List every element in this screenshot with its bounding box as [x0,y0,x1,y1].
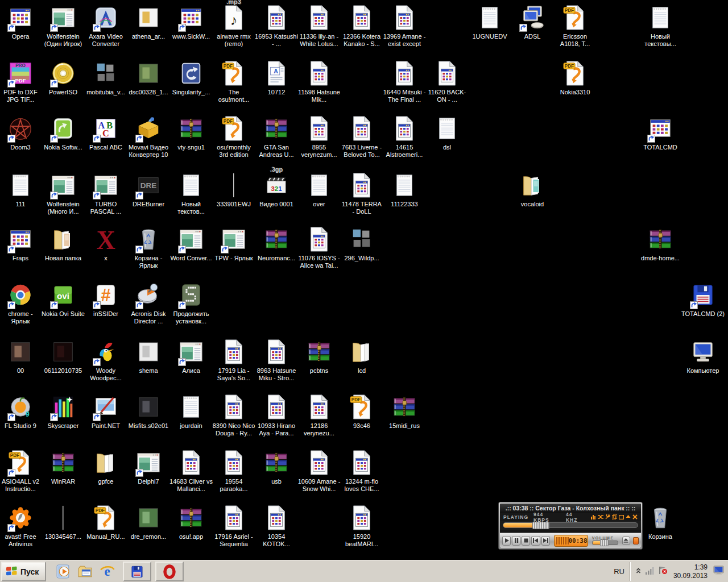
desktop-icon[interactable]: shema [127,339,170,375]
desktop-icon[interactable]: www.SickW... [169,5,213,40]
desktop-icon[interactable]: PROPDFPDF to DXF JPG TIF... [0,60,42,103]
desktop-icon[interactable]: 13244 m-flo loves CHE... [340,450,383,493]
desktop-icon[interactable]: 11122333 [383,172,426,208]
desktop-icon[interactable]: Delphi7 [127,450,170,485]
desktop-icon[interactable]: 16440 Mitsuki - The Final ... [383,60,426,103]
equalizer-icon[interactable] [591,514,596,519]
security-alert-flag-icon[interactable] [658,566,668,577]
desktop-icon[interactable]: Wolfenstein (Один Игрок) [42,5,85,48]
desktop-icon[interactable]: Xx [84,226,127,262]
desktop-icon[interactable]: PDFThe osu!mont... [212,60,255,103]
desktop-icon[interactable]: 11598 Hatsune Mik... [297,60,341,103]
desktop-icon[interactable]: 8955 verynezum... [297,115,341,159]
desktop-icon[interactable]: Neuromanc... [255,226,298,262]
desktop-icon[interactable]: 11620 BACK-ON - ... [425,60,469,103]
desktop-icon[interactable]: 8390 Nico Nico Douga - Ry... [212,394,255,437]
desktop-icon[interactable]: 8963 Hatsune Miku - Stro... [255,339,298,382]
winamp-time-display[interactable]: 00:38 [554,535,588,547]
settings-icon[interactable] [605,514,610,519]
desktop-icon[interactable]: Singularity_... [169,60,213,96]
desktop-icon[interactable]: 17919 Lia - Saya's So... [212,339,255,382]
next-button[interactable] [541,536,550,546]
desktop-icon[interactable]: Новый текстовы... [639,5,682,48]
desktop-icon[interactable]: vty-sngu1 [169,115,213,151]
desktop-icon[interactable]: 11478 TERRA - DoLL [340,172,383,215]
desktop-icon[interactable]: 10933 Hirano Aya - Para... [255,394,298,437]
desktop-icon[interactable]: 111 [0,172,42,208]
desktop-icon[interactable]: Nokia Softw... [42,115,85,151]
desktop-icon[interactable]: dmde-home... [639,226,682,262]
desktop-icon[interactable]: athena_ar... [127,5,170,40]
desktop-icon[interactable]: osu!.app [169,505,213,541]
start-button[interactable]: Пуск [1,562,46,581]
desktop-icon[interactable]: Новый текстов... [169,172,213,215]
desktop-icon[interactable]: #inSSIDer [84,282,127,318]
desktop-icon[interactable]: vocaloid [511,172,554,208]
desktop-icon[interactable]: Acronis Disk Director ... [127,282,170,325]
desktop-icon[interactable]: Woody Woodpec... [84,339,127,382]
desktop-icon[interactable]: TPW - Ярлык [212,226,255,262]
desktop-icon[interactable]: 11076 IOSYS - Alice wa Tai... [297,226,341,269]
desktop-icon[interactable]: Компьютер [681,339,725,375]
desktop-icon[interactable]: 17916 Asriel - Sequentia [212,505,255,548]
winamp-player[interactable]: .:: 03:38 :: Сектор Газа - Колхозный пан… [498,502,643,550]
play-button[interactable] [502,536,511,546]
desktop-icon[interactable]: 15midi_rus [383,394,426,430]
desktop-icon[interactable]: 12186 verynezu... [297,394,341,437]
desktop-icon[interactable]: lcd [340,339,383,375]
stop-button[interactable] [522,536,530,546]
desktop-icon[interactable]: 296_Wildp... [340,226,383,262]
desktop-icon[interactable]: GTA San Andreas U... [255,115,298,159]
desktop-icon[interactable]: Misfits.s02e01 [127,394,170,430]
desktop-icon[interactable]: 10609 Amane - Snow Whi... [297,450,341,493]
desktop-icon[interactable]: gpfce [84,450,127,485]
desktop-icon[interactable]: Doom3 [0,115,42,151]
desktop-icon[interactable]: PDFEricsson A1018, T... [553,5,597,48]
desktop-icon[interactable]: PDF93c46 [340,394,383,430]
desktop-icon[interactable]: .3gp321Видео 0001 [255,172,298,208]
previous-button[interactable] [531,536,540,546]
desktop-icon[interactable]: A10712 [255,60,298,96]
playlist-icon[interactable] [612,514,617,519]
desktop-icon[interactable]: ABCPascal ABC [84,115,127,151]
desktop-icon[interactable]: 16953 Katsushi - ... [255,5,298,48]
desktop-icon[interactable]: PDFASIO4ALL v2 Instructio... [0,450,42,493]
close-icon[interactable] [632,514,638,519]
desktop-icon[interactable]: PowerISO [42,60,85,96]
desktop-icon[interactable]: dsc00328_1... [127,60,170,96]
desktop-icon[interactable]: 19554 paraoka... [212,450,255,493]
desktop-icon[interactable]: Word Conver... [169,226,213,262]
desktop-icon[interactable]: Movavi Видео Конвертер 10 [127,115,170,159]
taskbar-button-opera[interactable] [155,562,184,581]
desktop-icon[interactable]: Продолжить установк... [169,282,213,325]
desktop-icon[interactable]: 333901EWJ [212,172,255,208]
taskbar-button-total-commander[interactable] [123,562,151,581]
tray-clock[interactable]: 1:39 30.09.2013 [673,563,708,580]
desktop-icon[interactable]: 130345467... [42,505,85,541]
window-mode-icon[interactable] [619,515,624,519]
desktop-icon[interactable]: 14683 Cliver vs Mallanci... [169,450,213,493]
desktop-icon[interactable]: pcbtns [297,339,341,375]
desktop-icon[interactable]: 1UGNUEDV [468,5,511,40]
desktop-icon[interactable]: 7683 Liverne - Beloved To... [340,115,383,159]
winamp-seekbar[interactable] [500,521,641,530]
desktop-icon[interactable]: 9FL Studio 9 [0,394,42,430]
language-indicator[interactable]: RU [614,567,624,576]
desktop-icon[interactable]: Алиса [169,339,213,375]
volume-thumb[interactable] [600,539,609,546]
desktop-icon[interactable]: TOTALCMD [639,115,682,151]
desktop-icon[interactable]: 13969 Amane - exist except [383,5,426,48]
desktop-icon[interactable]: chrome - Ярлык [0,282,42,325]
display-settings-icon[interactable] [713,566,725,577]
desktop-icon[interactable]: Корзина - Ярлык [127,226,170,269]
desktop-icon[interactable]: Fraps [0,226,42,262]
winamp-mini-button[interactable] [633,537,639,544]
desktop-icon[interactable]: .mp3♪airwave rmx (remo) [212,5,255,48]
desktop-icon[interactable]: Корзина [639,505,682,541]
internet-explorer-icon[interactable]: e [100,564,115,579]
desktop-icon[interactable]: Skyscraper [42,394,85,430]
open-file-button[interactable] [622,537,630,545]
desktop-icon[interactable]: Paint.NET [84,394,127,430]
desktop-icon[interactable]: TURBO PASCAL ... [84,172,127,215]
desktop-icon[interactable]: PDFNokia3310 [553,60,597,96]
